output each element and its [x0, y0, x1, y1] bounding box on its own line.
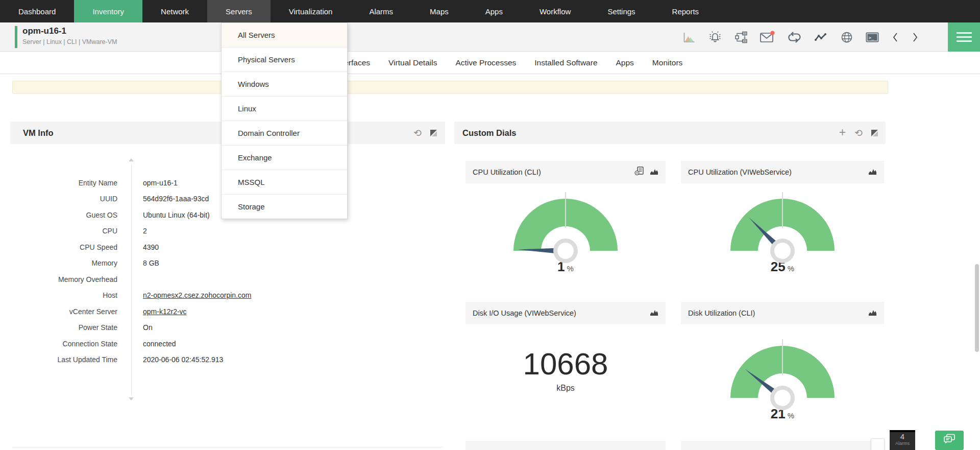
- chevron-left-icon[interactable]: [891, 31, 899, 44]
- opmanager-screen: Dashboard Inventory Network Servers Virt…: [0, 0, 980, 450]
- dial-card-clipped: [681, 441, 884, 450]
- gauge-tick: [782, 192, 783, 228]
- dial-card-title: Disk Utilization (CLI): [688, 309, 755, 317]
- menu-item-windows[interactable]: Windows: [222, 72, 347, 97]
- scroll-down-icon[interactable]: [129, 397, 134, 400]
- dial-card-cpu-viweb: CPU Utilization (VIWebService) 25%: [681, 161, 884, 287]
- nav-item-servers[interactable]: Servers: [207, 0, 271, 22]
- nav-item-workflow[interactable]: Workflow: [521, 0, 589, 22]
- gauge-hub: [770, 239, 795, 263]
- custom-dials-header: Custom Dials + ⟲: [454, 122, 886, 144]
- alarm-label: Alarms: [890, 441, 915, 446]
- tab-active-processes[interactable]: Active Processes: [455, 58, 516, 67]
- chat-icon: [943, 433, 956, 447]
- dial-card-header: Disk I/O Usage (VIWebService): [465, 302, 666, 324]
- area-chart-icon[interactable]: [650, 309, 658, 318]
- nav-item-reports[interactable]: Reports: [654, 0, 718, 22]
- host-link[interactable]: n2-opmesx2.csez.zohocorpin.com: [143, 291, 251, 299]
- chevron-right-icon[interactable]: [911, 31, 919, 44]
- nav-item-apps[interactable]: Apps: [467, 0, 521, 22]
- table-row: CPU Speed4390: [10, 239, 445, 255]
- table-row: Connection Stateconnected: [10, 336, 445, 352]
- vm-info-bottom-border: [12, 447, 443, 447]
- custom-dials-title: Custom Dials: [462, 128, 839, 138]
- menu-item-storage[interactable]: Storage: [222, 195, 347, 219]
- globe-icon[interactable]: [840, 31, 853, 44]
- disk-io-value: 10668: [465, 349, 666, 380]
- alarms-badge[interactable]: 4 Alarms: [890, 430, 915, 450]
- dial-card-disk-io: Disk I/O Usage (VIWebService) 10668 kBps: [465, 302, 666, 428]
- dial-card-header: Disk Utilization (CLI): [681, 302, 884, 324]
- workflow-icon[interactable]: [734, 31, 748, 44]
- nav-item-virtualization[interactable]: Virtualization: [271, 0, 351, 22]
- disk-io-unit: kBps: [465, 384, 666, 393]
- servers-dropdown-menu: All Servers Physical Servers Windows Lin…: [221, 22, 348, 219]
- tab-monitors[interactable]: Monitors: [652, 58, 682, 67]
- sync-loop-icon[interactable]: [787, 32, 802, 43]
- top-nav: Dashboard Inventory Network Servers Virt…: [0, 0, 980, 22]
- device-tabs: Interfaces Virtual Details Active Proces…: [335, 52, 682, 74]
- expand-icon[interactable]: [430, 128, 437, 138]
- menu-item-mssql[interactable]: MSSQL: [222, 170, 347, 195]
- area-chart-icon[interactable]: [650, 168, 658, 177]
- vm-info-title: VM Info: [23, 128, 413, 138]
- nav-item-inventory[interactable]: Inventory: [74, 0, 142, 22]
- menu-icon[interactable]: [948, 22, 980, 52]
- dial-card-header: CPU Utilization (VIWebService): [681, 161, 884, 183]
- gauge-hub: [770, 386, 795, 410]
- area-chart-icon[interactable]: [868, 168, 877, 177]
- vcenter-link[interactable]: opm-k12r2-vc: [143, 307, 187, 316]
- gauge-tick: [565, 192, 566, 228]
- notice-bar: [12, 81, 888, 94]
- device-tabbar: Interfaces Virtual Details Active Proces…: [0, 52, 980, 74]
- nav-item-settings[interactable]: Settings: [589, 0, 653, 22]
- floating-widget-partial: [871, 438, 885, 450]
- line-chart-icon[interactable]: [814, 32, 828, 43]
- gauge-disk-util: [730, 346, 835, 398]
- dial-card-title: CPU Utilization (VIWebService): [688, 168, 792, 176]
- device-name: opm-u16-1: [22, 26, 66, 36]
- device-meta: Server | Linux | CLI | VMware-VM: [22, 38, 117, 45]
- menu-item-exchange[interactable]: Exchange: [222, 146, 347, 170]
- vertical-scrollbar[interactable]: [975, 264, 979, 352]
- chat-button[interactable]: [935, 431, 964, 450]
- add-dial-icon[interactable]: +: [839, 127, 846, 138]
- nav-item-maps[interactable]: Maps: [411, 0, 467, 22]
- mail-icon[interactable]: [760, 31, 775, 43]
- table-row: Last Updated Time2020-06-06 02:45:52.913: [10, 352, 445, 368]
- gauge-cpu-cli: [513, 199, 618, 251]
- tab-apps[interactable]: Apps: [616, 58, 634, 67]
- table-row: Memory Overhead: [10, 271, 445, 288]
- dial-card-clipped: [465, 441, 666, 450]
- dial-card-header: CPU Utilization (CLI): [465, 161, 666, 183]
- svg-text:>_: >_: [869, 35, 874, 40]
- tab-virtual-details[interactable]: Virtual Details: [388, 58, 437, 67]
- terminal-icon[interactable]: >_: [865, 32, 879, 43]
- alarm-count: 4: [890, 432, 915, 441]
- table-row: Hostn2-opmesx2.csez.zohocorpin.com: [10, 288, 445, 304]
- menu-item-linux[interactable]: Linux: [222, 97, 347, 121]
- menu-item-domain-controller[interactable]: Domain Controller: [222, 121, 347, 146]
- nav-item-network[interactable]: Network: [142, 0, 207, 22]
- menu-item-physical-servers[interactable]: Physical Servers: [222, 48, 347, 72]
- refresh-icon[interactable]: ⟲: [854, 128, 863, 138]
- dial-card-cpu-cli: CPU Utilization (CLI) 1%: [465, 161, 666, 287]
- scroll-up-icon[interactable]: [129, 158, 134, 161]
- area-chart-icon[interactable]: [868, 309, 877, 318]
- mail-notification-dot: [771, 31, 775, 35]
- gauge-hub: [553, 239, 578, 263]
- device-status-accent: [15, 26, 17, 48]
- report-icon[interactable]: [634, 167, 645, 178]
- custom-dials-panel: Custom Dials + ⟲ CPU Utilization (CLI): [454, 122, 886, 450]
- tab-installed-software[interactable]: Installed Software: [534, 58, 597, 67]
- menu-item-all-servers[interactable]: All Servers: [222, 23, 347, 48]
- performance-chart-icon[interactable]: [682, 31, 696, 43]
- dial-card-title: Disk I/O Usage (VIWebService): [473, 309, 576, 317]
- nav-item-dashboard[interactable]: Dashboard: [0, 0, 74, 22]
- table-row: vCenter Serveropm-k12r2-vc: [10, 303, 445, 320]
- nav-item-alarms[interactable]: Alarms: [351, 0, 411, 22]
- alarm-bell-icon[interactable]: [707, 30, 723, 44]
- gauge-tick: [782, 339, 783, 375]
- expand-icon[interactable]: [871, 128, 878, 138]
- refresh-icon[interactable]: ⟲: [413, 128, 422, 138]
